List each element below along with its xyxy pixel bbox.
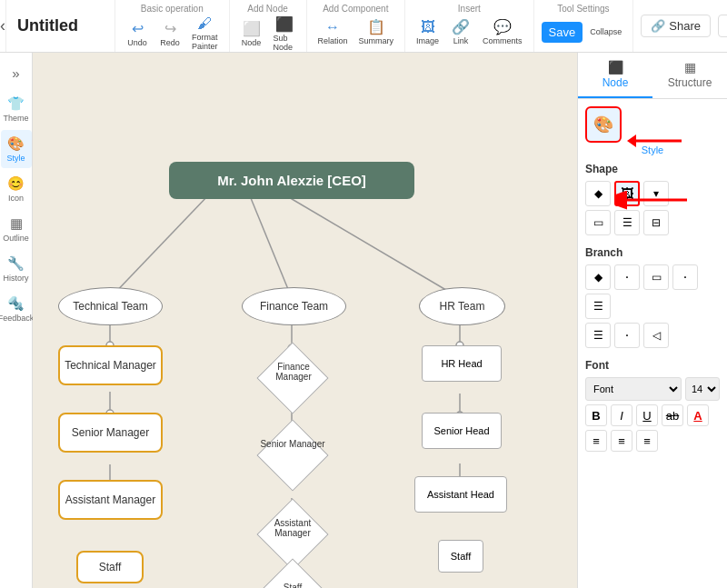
export-button[interactable]: 📤 Export (718, 15, 727, 37)
sidebar-item-icon[interactable]: 😊 Icon (1, 170, 32, 208)
align-right-button[interactable]: ≡ (636, 430, 658, 452)
share-icon: 🔗 (651, 19, 665, 33)
shape-section-content: Shape ◆ 🖼 ▾ ▭ ☰ ⊟ (585, 163, 720, 235)
shape-img-icon: 🖼 (621, 186, 633, 201)
hr-team-node[interactable]: HR Team (419, 287, 505, 325)
node-tab-icon: ⬛ (582, 60, 649, 75)
toolbar-group-tool-settings: Tool Settings Save Collapse (534, 0, 634, 52)
tech-manager-node[interactable]: Technical Manager (58, 345, 163, 385)
save-button[interactable]: Save (542, 22, 583, 43)
assistant-manager-fin-label: Assistant Manager (256, 518, 329, 538)
font-color-button[interactable]: A (687, 404, 709, 426)
toolbar-group-add-component: Add Component ↔Relation 📋Summary (307, 0, 406, 52)
sidebar-expand-button[interactable]: » (1, 60, 32, 88)
toolbar-groups: Basic operation ↩Undo ↪Redo 🖌Format Pain… (115, 0, 633, 52)
panel-content: 🎨 Style Shape ◆ 🖼 ▾ ▭ (578, 99, 727, 588)
branch-btn-2[interactable]: ▭ (643, 264, 669, 290)
strikethrough-button[interactable]: ab (662, 404, 683, 426)
undo-button[interactable]: ↩Undo (123, 18, 152, 49)
toolbar-group-add-node: Add Node ⬜Node ⬛Sub Node (230, 0, 307, 52)
branch-btn-sep3: · (614, 323, 640, 348)
node-button[interactable]: ⬜Node (237, 18, 266, 49)
shape-img-btn[interactable]: 🖼 (614, 181, 640, 206)
staff-tech-node[interactable]: Staff (76, 551, 144, 583)
toolbar-group-items-insert: 🖼Image 🔗Link 💬Comments (413, 14, 526, 50)
finance-team-node[interactable]: Finance Team (242, 287, 346, 325)
canvas[interactable]: Mr. John Alexzie [CEO] Technical Team Fi… (33, 53, 577, 588)
svg-line-2 (283, 194, 460, 298)
shape-row-2: ▭ ☰ ⊟ (585, 210, 720, 235)
branch-btn-4[interactable]: ☰ (585, 323, 611, 348)
outline-icon: ▦ (10, 215, 23, 232)
assistant-head-node[interactable]: Assistant Head (414, 476, 507, 513)
ceo-node[interactable]: Mr. John Alexzie [CEO] (169, 162, 414, 199)
bold-button[interactable]: B (585, 404, 607, 426)
svg-line-1 (251, 198, 292, 298)
underline-button[interactable]: U (636, 404, 658, 426)
sidebar-item-history[interactable]: 🔧 History (1, 250, 32, 288)
topbar: ‹ Untitled Basic operation ↩Undo ↪Redo 🖌… (0, 0, 727, 53)
font-section: Font Font 14 B I U ab A ≡ (585, 359, 720, 452)
font-title: Font (585, 359, 720, 372)
sub-node-button[interactable]: ⬛Sub Node (270, 14, 299, 54)
branch-btn-5[interactable]: ◁ (643, 323, 669, 348)
italic-button[interactable]: I (611, 404, 632, 426)
shape-lines2-btn[interactable]: ⊟ (643, 210, 669, 235)
collapse-button[interactable]: Collapse (586, 25, 625, 38)
font-family-select[interactable]: Font (585, 377, 682, 401)
back-button[interactable]: ‹ (0, 0, 6, 52)
style-button[interactable]: 🎨 (585, 106, 622, 143)
senior-manager-tech-node[interactable]: Senior Manager (58, 413, 163, 453)
toolbar-group-items-tool-settings: Save Collapse (542, 14, 626, 50)
toolbar-group-items-add-component: ↔Relation 📋Summary (314, 14, 398, 50)
tab-node[interactable]: ⬛ Node (578, 53, 652, 98)
panel-tabs: ⬛ Node ▦ Structure (578, 53, 727, 99)
feedback-icon: 🔩 (7, 295, 25, 312)
redo-button[interactable]: ↪Redo (155, 18, 184, 49)
sidebar-item-theme[interactable]: 👕 Theme (1, 90, 32, 128)
branch-row-1: ◆ · ▭ · ☰ (585, 264, 720, 319)
format-painter-button[interactable]: 🖌Format Painter (188, 14, 222, 53)
share-button[interactable]: 🔗 Share (641, 15, 711, 37)
toolbar-group-label-insert: Insert (413, 2, 526, 14)
comments-button[interactable]: 💬Comments (479, 16, 526, 47)
tech-team-node[interactable]: Technical Team (58, 287, 163, 325)
align-left-button[interactable]: ≡ (585, 430, 607, 452)
font-row: Font 14 (585, 377, 720, 401)
relation-button[interactable]: ↔Relation (314, 17, 352, 47)
staff-hr-node[interactable]: Staff (438, 540, 483, 573)
image-button[interactable]: 🖼Image (413, 17, 443, 47)
shape-fill-btn[interactable]: ◆ (585, 181, 611, 206)
style-icon: 🎨 (7, 135, 25, 152)
icon-icon: 😊 (7, 175, 25, 192)
hr-head-node[interactable]: HR Head (422, 345, 502, 382)
assistant-manager-tech-node[interactable]: Assistant Manager (58, 480, 163, 520)
history-icon: 🔧 (7, 255, 25, 272)
shape-row-1: ◆ 🖼 ▾ (585, 181, 720, 206)
staff-fin-label: Staff (274, 583, 311, 588)
branch-btn-1[interactable]: ◆ (585, 264, 611, 290)
senior-head-node[interactable]: Senior Head (422, 413, 502, 449)
shape-dropdown-btn[interactable]: ▾ (643, 181, 669, 206)
tab-structure[interactable]: ▦ Structure (652, 53, 727, 98)
branch-btn-3[interactable]: ☰ (585, 294, 611, 319)
senior-manager-fin-node[interactable] (256, 419, 328, 491)
toolbar-group-label-basic: Basic operation (123, 2, 222, 14)
style-label: Style (585, 145, 720, 155)
sidebar-item-feedback[interactable]: 🔩 Feedback (1, 290, 32, 328)
link-button[interactable]: 🔗Link (446, 16, 475, 47)
sidebar-item-style[interactable]: 🎨 Style (1, 130, 32, 168)
toolbar-group-basic: Basic operation ↩Undo ↪Redo 🖌Format Pain… (115, 0, 230, 52)
align-row: ≡ ≡ ≡ (585, 430, 720, 452)
shape-rect-btn[interactable]: ▭ (585, 210, 611, 235)
shape-lines1-btn[interactable]: ☰ (614, 210, 640, 235)
structure-tab-icon: ▦ (656, 60, 723, 75)
summary-button[interactable]: 📋Summary (355, 16, 398, 47)
align-center-button[interactable]: ≡ (611, 430, 632, 452)
theme-icon: 👕 (7, 95, 25, 112)
font-size-select[interactable]: 14 (685, 377, 720, 401)
style-icon-panel: 🎨 (593, 115, 613, 135)
main-area: » 👕 Theme 🎨 Style 😊 Icon ▦ Outline 🔧 His… (0, 53, 727, 588)
sidebar-item-outline[interactable]: ▦ Outline (1, 210, 32, 248)
senior-manager-fin-label: Senior Manager (260, 439, 325, 449)
